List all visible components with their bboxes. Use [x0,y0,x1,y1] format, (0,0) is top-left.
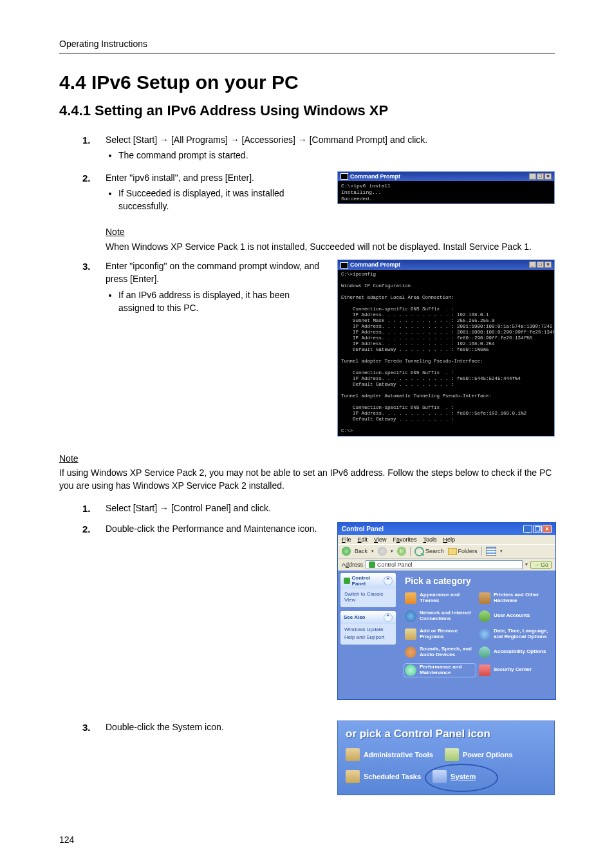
page-number: 124 [59,835,74,845]
maximize-icon[interactable]: □ [537,261,544,268]
address-field[interactable]: Control Panel [366,560,523,569]
appearance-icon [405,592,416,604]
step-text: Double-click the System icon. [106,721,327,733]
step-text: Double-click the Performance and Mainten… [106,522,327,535]
window-title: Command Prompt [340,261,400,269]
go-button[interactable]: →Go [530,561,552,569]
switch-classic-link[interactable]: Switch to Classic View [344,591,392,603]
step-number: 3. [59,721,106,735]
window-title: Command Prompt [340,173,400,180]
network-icon [405,610,416,622]
windows-update-link[interactable]: Windows Update [344,627,392,632]
step-text: Enter "ipconfig" on the command prompt w… [106,259,327,286]
scheduled-tasks-icon-item[interactable]: Scheduled Tasks [346,770,421,783]
minimize-icon[interactable]: _ [529,173,536,180]
back-icon[interactable] [342,547,351,556]
category-appearance[interactable]: Appearance and Themes [405,592,475,604]
address-label: Address [342,561,363,568]
power-options-icon-item[interactable]: Power Options [445,748,513,761]
sounds-icon [405,646,416,658]
side-panel-title: Control Panel [352,575,384,587]
menu-favorites[interactable]: Favorites [393,536,416,543]
category-performance[interactable]: Performance and Maintenance [405,665,475,676]
printers-icon [479,592,490,604]
step-number: 1. [59,502,106,516]
control-panel-window: Control Panel _ ❐ × File Edit View Favor… [337,522,556,700]
minimize-icon[interactable]: _ [529,261,536,268]
step-number: 3. [59,259,106,317]
command-prompt-window: Command Prompt _ □ × C:\>ipconfig Window… [337,259,555,437]
step-number: 2. [59,171,106,216]
menu-bar: File Edit View Favorites Tools Help [338,535,555,544]
help-support-link[interactable]: Help and Support [344,634,392,640]
step-bullet: If an IPv6 address is displayed, it has … [118,288,327,315]
console-output: C:\>ipconfig Windows IP Configuration Et… [338,270,554,436]
console-output: C:\>ipv6 install Installing... Succeeded… [338,181,554,203]
pick-icon-heading: or pick a Control Panel icon [346,728,546,741]
back-button[interactable]: Back [355,548,367,554]
section-heading: 4.4 IPv6 Setup on your PC [59,71,555,93]
side-panel-title: See Also [344,614,366,620]
command-prompt-window: Command Prompt _ □ × C:\>ipv6 install In… [337,171,555,205]
up-icon[interactable]: ↑ [397,547,406,556]
search-icon[interactable]: Search [414,547,444,556]
step-text: Select [Start] → [All Programs] → [Acces… [106,133,555,146]
security-icon [479,665,490,676]
step-text: Enter "ipv6 install", and press [Enter]. [106,171,327,184]
category-network[interactable]: Network and Internet Connections [405,610,475,622]
system-icon-item[interactable]: System [433,770,476,783]
collapse-icon[interactable]: ⌃ [384,576,393,585]
category-accessibility[interactable]: Accessibility Options [479,646,549,658]
views-icon[interactable] [486,547,496,556]
menu-tools[interactable]: Tools [423,536,436,543]
users-icon [479,610,490,622]
performance-icon [405,665,416,676]
step-number: 1. [59,133,106,165]
close-icon[interactable]: × [544,261,552,268]
step-text: Select [Start] → [Control Panel] and cli… [106,502,555,514]
header-rule [59,53,555,53]
subsection-heading: 4.4.1 Setting an IPv6 Address Using Wind… [59,102,555,119]
pick-category-heading: Pick a category [405,576,549,586]
close-icon[interactable]: × [543,525,552,533]
menu-help[interactable]: Help [443,536,455,543]
minimize-icon[interactable]: _ [523,525,532,533]
category-security[interactable]: Security Center [479,665,549,676]
folders-button[interactable]: Folders [448,548,478,555]
control-panel-icons-region: or pick a Control Panel icon Administrat… [337,721,555,795]
note-label: Note [59,452,79,465]
running-header: Operating Instructions [59,39,555,49]
category-date-time[interactable]: Date, Time, Language, and Regional Optio… [479,628,549,640]
collapse-icon[interactable]: ⌃ [384,613,393,622]
forward-icon[interactable] [378,547,387,556]
admin-tools-icon-item[interactable]: Administrative Tools [346,748,433,761]
category-printers[interactable]: Printers and Other Hardware [479,592,549,604]
addremove-icon [405,628,416,640]
category-users[interactable]: User Accounts [479,610,549,622]
maximize-icon[interactable]: □ [537,173,544,180]
menu-view[interactable]: View [374,536,386,543]
category-sounds[interactable]: Sounds, Speech, and Audio Devices [405,646,475,658]
note-body: If using Windows XP Service Pack 2, you … [59,466,555,493]
step-bullet: The command prompt is started. [118,149,555,162]
datetime-icon [479,628,490,640]
window-title: Control Panel [342,525,384,533]
note-label: Note [106,225,125,238]
menu-file[interactable]: File [342,536,351,543]
step-bullet: If Succeeded is displayed, it was instal… [118,187,327,213]
power-icon [445,748,459,761]
accessibility-icon [479,646,490,658]
admin-tools-icon [346,748,360,761]
maximize-icon[interactable]: ❐ [533,525,542,533]
scheduled-icon [346,770,360,783]
step-number: 2. [59,522,106,536]
category-add-remove[interactable]: Add or Remove Programs [405,628,475,640]
highlight-ring [425,764,498,792]
menu-edit[interactable]: Edit [358,536,368,543]
note-body: When Windows XP Service Pack 1 is not in… [106,240,555,253]
close-icon[interactable]: × [544,173,552,180]
toolbar: Back▾ ▾ ↑ Search Folders ▾ [338,544,555,558]
